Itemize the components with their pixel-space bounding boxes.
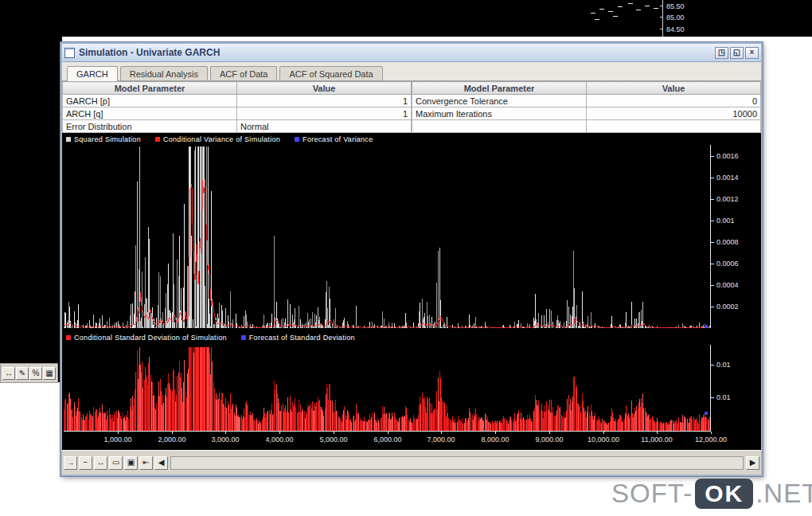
table-header: Model Parameter	[412, 82, 587, 95]
tab-acf-of-data[interactable]: ACF of Data	[210, 66, 278, 80]
table-row: Maximum Iterations10000	[412, 108, 761, 120]
zoom-out-button[interactable]: −	[79, 456, 92, 470]
param-cell: Error Distribution	[63, 120, 237, 133]
table-row: GARCH [p]1	[63, 95, 412, 108]
variance-chart-legend: Squared SimulationConditional Variance o…	[62, 134, 715, 144]
scroll-right-button[interactable]: ▶	[746, 456, 759, 470]
y-axis-tick	[710, 264, 714, 264]
desktop-background: 85.5085.0084.50 ↔✎%▦ Simulation - Univar…	[0, 0, 812, 516]
window-titlebar[interactable]: Simulation - Univariate GARCH ◳◱×	[62, 44, 761, 62]
x-axis-label: 1,000.00	[103, 436, 131, 444]
parameter-table-right: Model ParameterValueConvergence Toleranc…	[412, 81, 761, 133]
x-axis-label: 3,000.00	[211, 436, 239, 444]
scroll-left-button[interactable]: ◀	[154, 456, 168, 470]
x-axis-tick	[279, 432, 280, 434]
y-axis-tick	[710, 178, 714, 178]
y-axis-label: 0.001	[716, 217, 735, 225]
background-data-dash	[618, 6, 623, 7]
legend-item: Conditional Standard Deviation of Simula…	[66, 334, 227, 342]
watermark-suffix: .NET	[755, 479, 812, 509]
window-title: Simulation - Univariate GARCH	[79, 47, 713, 58]
value-cell[interactable]: 0	[587, 95, 761, 108]
reset-view-button[interactable]: ⇤	[139, 456, 153, 470]
chart-area: Squared SimulationConditional Variance o…	[62, 133, 761, 450]
legend-item: Forecast of Standard Deviation	[241, 334, 355, 342]
legend-item: Squared Simulation	[66, 135, 141, 143]
legend-label: Conditional Standard Deviation of Simula…	[74, 334, 227, 342]
background-black-panel	[0, 0, 62, 382]
x-axis-tick	[711, 432, 712, 434]
x-axis-label: 2,000.00	[158, 436, 185, 444]
y-axis-tick	[710, 365, 714, 366]
stddev-chart-legend: Conditional Standard Deviation of Simula…	[62, 332, 715, 342]
x-axis-tick	[657, 432, 658, 434]
legend-label: Squared Simulation	[74, 135, 141, 143]
x-axis-label: 11,000.00	[641, 436, 672, 444]
snapshot-button[interactable]: ▣	[124, 456, 138, 470]
close-button[interactable]: ×	[745, 47, 759, 59]
x-axis-tick	[172, 432, 173, 434]
garch-simulation-window: Simulation - Univariate GARCH ◳◱× GARCHR…	[61, 42, 763, 476]
scrollbar-track[interactable]	[170, 456, 744, 470]
param-cell: Maximum Iterations	[412, 108, 587, 120]
background-axis-tick	[660, 6, 663, 6]
table-row	[412, 120, 761, 133]
y-axis-tick	[710, 397, 714, 398]
y-axis-label: 0.01	[716, 361, 731, 369]
background-data-dash	[628, 3, 633, 4]
tab-bar: GARCHResidual AnalysisACF of DataACF of …	[62, 62, 761, 81]
value-cell[interactable]: 1	[237, 108, 412, 120]
param-cell: ARCH [q]	[63, 108, 237, 120]
legend-swatch-icon	[66, 335, 71, 340]
resize-horizontal-button[interactable]: ↔	[2, 367, 15, 380]
x-axis-label: 5,000.00	[319, 436, 347, 444]
legend-swatch-icon	[66, 137, 71, 142]
param-cell	[412, 120, 587, 133]
value-cell[interactable]: Normal	[237, 120, 412, 133]
maximize-button[interactable]: ◱	[730, 47, 744, 59]
table-row: Error DistributionNormal	[63, 120, 412, 133]
legend-label: Forecast of Variance	[303, 135, 373, 143]
x-axis-tick	[441, 432, 442, 434]
x-axis-tick	[118, 432, 119, 434]
value-cell[interactable]	[587, 120, 761, 133]
fit-width-button[interactable]: ↔	[94, 456, 107, 470]
x-axis-tick	[603, 432, 604, 434]
background-data-dash	[608, 11, 613, 12]
legend-swatch-icon	[241, 335, 246, 340]
legend-item: Conditional Variance of Simulation	[155, 135, 280, 143]
tab-residual-analysis[interactable]: Residual Analysis	[120, 66, 208, 80]
softok-watermark: SOFT- OK .NET	[611, 479, 812, 509]
restore-button[interactable]: ◳	[715, 47, 728, 59]
value-cell[interactable]: 1	[237, 95, 412, 108]
edit-button[interactable]: ✎	[16, 367, 29, 380]
squared-simulation-plot	[64, 145, 711, 328]
pointer-arrow-button[interactable]: →	[64, 456, 77, 470]
y-axis-tick	[710, 156, 714, 157]
x-axis-tick	[388, 432, 388, 434]
legend-swatch-icon	[155, 137, 160, 142]
param-cell: GARCH [p]	[63, 95, 237, 108]
tab-garch[interactable]: GARCH	[67, 66, 118, 81]
watermark-prefix: SOFT-	[611, 479, 693, 509]
parameter-tables: Model ParameterValueGARCH [p]1ARCH [q]1E…	[62, 81, 761, 133]
x-axis-label: 6,000.00	[373, 436, 401, 444]
legend-label: Conditional Variance of Simulation	[163, 135, 280, 143]
value-cell[interactable]: 10000	[587, 108, 761, 120]
y-axis-tick	[710, 307, 714, 307]
table-header: Value	[237, 82, 412, 95]
background-data-dash	[645, 6, 650, 6]
window-controls: ◳◱×	[713, 47, 759, 59]
legend-label: Forecast of Standard Deviation	[249, 334, 355, 342]
table-row: ARCH [q]1	[63, 108, 412, 120]
stddev-y-axis	[710, 345, 711, 431]
x-axis-tick	[225, 432, 226, 434]
grid-button[interactable]: ▦	[43, 367, 56, 380]
table-row: Convergence Tolerance0	[412, 95, 761, 108]
watermark-badge: OK	[695, 479, 753, 509]
tab-acf-of-squared-data[interactable]: ACF of Squared Data	[279, 66, 382, 80]
background-data-dash	[636, 10, 641, 10]
percent-button[interactable]: %	[29, 367, 42, 380]
zoom-box-button[interactable]: ▭	[109, 456, 123, 470]
background-data-dash	[591, 13, 595, 14]
